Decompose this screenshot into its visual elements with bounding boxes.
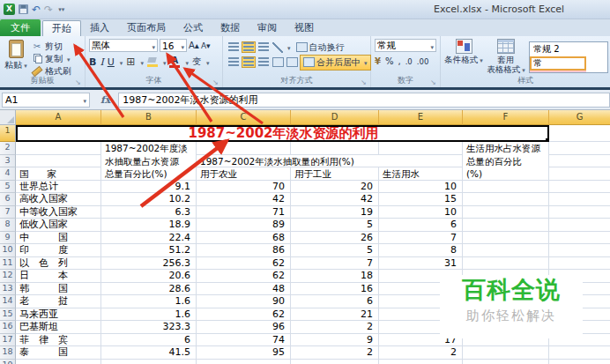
select-all-corner[interactable] [0, 110, 16, 125]
cell[interactable]: 42 [291, 193, 379, 206]
cell[interactable] [379, 142, 463, 155]
alignment-dialog-launcher[interactable] [361, 78, 368, 86]
cell[interactable]: 71 [197, 206, 291, 219]
cell[interactable] [549, 257, 610, 271]
number-dialog-launcher[interactable] [430, 78, 438, 86]
cell[interactable]: 2 [291, 346, 379, 360]
column-header-A[interactable]: A [16, 110, 101, 125]
column-header-E[interactable]: E [379, 110, 463, 125]
cell[interactable]: 6 [101, 334, 197, 347]
cell[interactable]: 89 [197, 219, 291, 232]
cell[interactable]: 1.6 [101, 308, 197, 322]
underline-button[interactable]: U [108, 56, 115, 68]
row-header[interactable]: 14 [0, 295, 16, 308]
comma-style-button[interactable]: , [398, 56, 400, 66]
cell-style-item[interactable]: 常 [530, 56, 586, 71]
column-header-F[interactable]: F [463, 110, 549, 125]
cell[interactable]: 5 [291, 219, 379, 232]
cell[interactable]: 21 [291, 308, 379, 322]
cell[interactable] [463, 232, 549, 245]
grow-font-button[interactable] [189, 40, 199, 51]
row-header[interactable]: 15 [0, 308, 16, 322]
cell[interactable]: 2 [379, 346, 463, 360]
cell[interactable] [463, 206, 549, 219]
formula-input[interactable]: 1987~2002年淡水资源的利用 [118, 93, 610, 108]
cell[interactable]: 42 [197, 193, 291, 206]
cell-country[interactable]: 泰 国 [16, 346, 101, 360]
cell[interactable] [549, 206, 610, 219]
align-center-icon[interactable] [242, 57, 255, 67]
cell[interactable] [463, 244, 549, 257]
cell[interactable]: 68 [197, 232, 291, 245]
cell[interactable]: 256.3 [101, 257, 197, 271]
cell[interactable]: 6 [379, 219, 463, 232]
tab-插入[interactable]: 插入 [81, 20, 118, 36]
redo-icon[interactable] [44, 4, 53, 16]
cell[interactable]: 62 [197, 257, 291, 271]
percent-style-button[interactable]: % [385, 56, 394, 66]
cell-country[interactable]: 高收入国家 [16, 193, 101, 206]
cell-country[interactable]: 以 色 列 [16, 257, 101, 271]
cell[interactable]: 15 [379, 193, 463, 206]
cell[interactable]: 96 [197, 321, 291, 334]
tab-公式[interactable]: 公式 [175, 20, 212, 36]
align-right-icon[interactable] [257, 57, 270, 67]
phonetic-guide-button[interactable]: 变 [192, 56, 201, 68]
row-header[interactable]: 4 [0, 167, 16, 181]
cell[interactable]: 28.6 [101, 283, 197, 296]
cell[interactable]: 9 [291, 334, 379, 347]
cell[interactable]: 19 [291, 206, 379, 219]
cell[interactable] [463, 193, 549, 206]
clipboard-dialog-launcher[interactable] [75, 78, 83, 86]
row-header[interactable]: 17 [0, 334, 16, 347]
cell-style-item[interactable]: 差 [530, 71, 586, 73]
bold-button[interactable]: B [89, 56, 96, 68]
align-bottom-icon[interactable] [257, 42, 270, 52]
cell[interactable]: 18 [291, 270, 379, 283]
cell[interactable] [549, 155, 610, 168]
row-header[interactable]: 9 [0, 232, 16, 245]
row-header[interactable]: 18 [0, 346, 16, 360]
decrease-indent-icon[interactable] [272, 57, 284, 67]
increase-decimal-button[interactable]: .0 [405, 57, 413, 66]
cell[interactable]: 8 [379, 244, 463, 257]
cell[interactable]: 95 [197, 346, 291, 360]
cell[interactable] [549, 232, 610, 245]
cell[interactable]: 74 [197, 334, 291, 347]
cell[interactable]: 生活用水 [379, 167, 463, 181]
borders-button[interactable] [126, 56, 135, 68]
cell[interactable] [549, 167, 610, 181]
insert-function-icon[interactable]: fx [90, 94, 118, 106]
cell[interactable] [291, 142, 379, 155]
paste-button[interactable]: 粘贴 [3, 39, 29, 77]
row-header[interactable]: 2 [0, 142, 16, 155]
wrap-text-button[interactable]: 自动换行 [294, 41, 347, 55]
cell[interactable]: 9.1 [101, 181, 197, 194]
cell[interactable]: 90 [197, 295, 291, 308]
column-header-D[interactable]: D [291, 110, 379, 125]
cell[interactable]: 国 家 [16, 167, 101, 181]
cell-country[interactable]: 马来西亚 [16, 308, 101, 322]
cell-country[interactable] [16, 360, 101, 364]
cell[interactable] [101, 360, 197, 364]
cell[interactable] [549, 181, 610, 194]
cell[interactable]: 62 [197, 308, 291, 322]
cell[interactable]: 水抽取量占水资源 [101, 155, 197, 168]
tab-数据[interactable]: 数据 [212, 20, 249, 36]
cell[interactable]: 1.6 [101, 295, 197, 308]
cell[interactable]: 323.3 [101, 321, 197, 334]
cell[interactable]: 10 [379, 181, 463, 194]
cell[interactable]: 41.5 [101, 346, 197, 360]
row-header[interactable]: 8 [0, 219, 16, 232]
cell[interactable] [197, 360, 291, 364]
cell-country[interactable]: 世界总计 [16, 181, 101, 194]
cell[interactable]: 51.2 [101, 244, 197, 257]
tab-视图[interactable]: 视图 [286, 20, 323, 36]
cell-country[interactable]: 巴基斯坦 [16, 321, 101, 334]
row-header[interactable]: 5 [0, 181, 16, 194]
tab-页面布局[interactable]: 页面布局 [118, 20, 175, 36]
cell[interactable]: 6.3 [101, 206, 197, 219]
cell-country[interactable]: 日 本 [16, 270, 101, 283]
cell[interactable]: 26 [291, 232, 379, 245]
cell[interactable]: 70 [197, 181, 291, 194]
